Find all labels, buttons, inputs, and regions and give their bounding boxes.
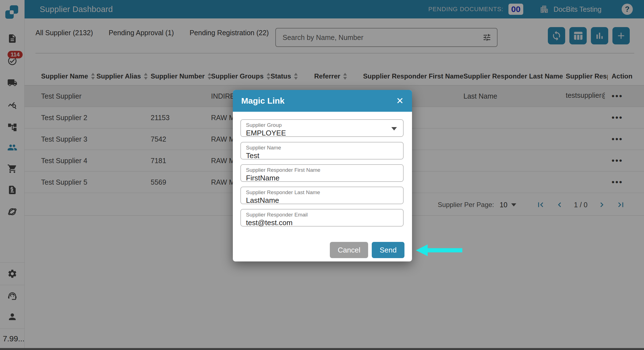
supplier-group-select[interactable]: Supplier Group EMPLOYEE (240, 119, 404, 137)
dialog-header: Magic Link ✕ (233, 90, 412, 112)
responder-first-name-field[interactable]: Supplier Responder First Name FirstName (240, 164, 404, 182)
responder-last-name-field[interactable]: Supplier Responder Last Name LastName (240, 187, 404, 204)
annotation-arrow (415, 244, 463, 257)
responder-email-field[interactable]: Supplier Responder Email test@test.com (240, 209, 404, 227)
cancel-button[interactable]: Cancel (330, 242, 368, 258)
send-button[interactable]: Send (372, 242, 404, 258)
dialog-title: Magic Link (241, 96, 285, 106)
dropdown-caret-icon[interactable] (391, 127, 397, 130)
supplier-name-field[interactable]: Supplier Name Test (240, 142, 404, 159)
close-icon[interactable]: ✕ (396, 96, 404, 105)
magic-link-dialog: Magic Link ✕ Supplier Group EMPLOYEE Sup… (233, 90, 412, 261)
